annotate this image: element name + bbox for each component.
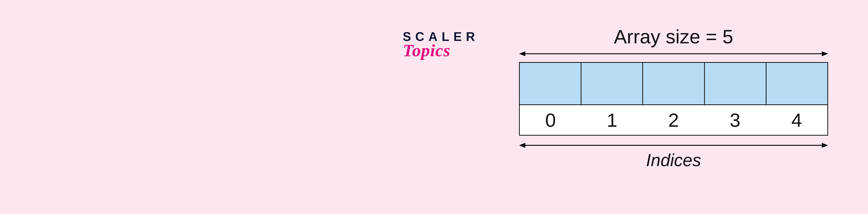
array-diagram: Array size = 5 0 1 2 3 4 Indices	[519, 26, 828, 170]
indices-double-arrow	[519, 142, 828, 149]
svg-marker-2	[822, 51, 828, 56]
brand-logo: SCALER Topics	[403, 30, 479, 59]
svg-marker-5	[822, 143, 828, 148]
array-index: 2	[643, 105, 704, 135]
svg-marker-4	[519, 143, 525, 148]
svg-marker-1	[519, 51, 525, 56]
array-cells	[520, 63, 827, 104]
array-index: 4	[766, 105, 827, 135]
array-indices-row: 0 1 2 3 4	[519, 105, 828, 136]
array-cell	[705, 63, 767, 104]
size-double-arrow	[519, 50, 828, 57]
diagram-title: Array size = 5	[519, 26, 828, 48]
array-cell	[581, 63, 643, 104]
array-index: 3	[704, 105, 766, 135]
array-index: 1	[581, 105, 643, 135]
logo-line2: Topics	[403, 42, 479, 59]
array-cell	[520, 63, 581, 104]
array-cells-row	[519, 62, 828, 105]
array-cell	[643, 63, 705, 104]
indices-label: Indices	[519, 150, 828, 170]
array-index: 0	[520, 105, 581, 135]
array-cell	[767, 63, 827, 104]
